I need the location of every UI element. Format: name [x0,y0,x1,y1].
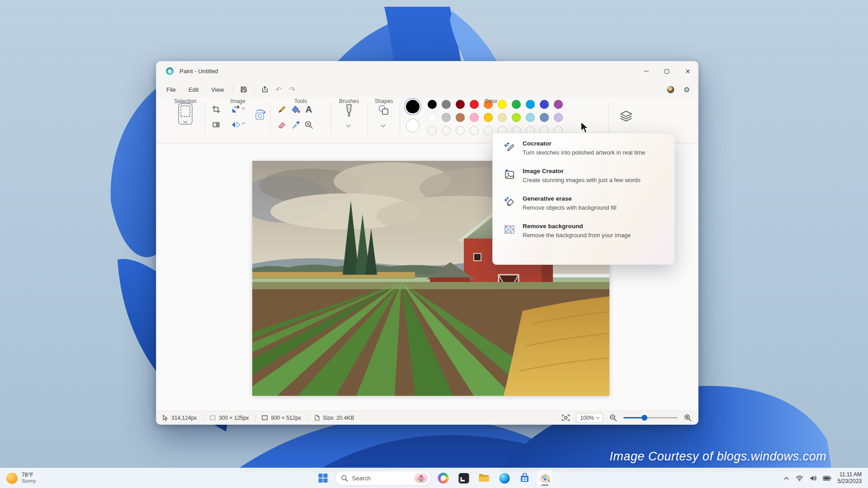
taskbar-file-explorer-button[interactable] [476,470,492,486]
custom-color-slot[interactable] [484,126,493,135]
fit-to-window-icon[interactable] [562,414,570,421]
battery-icon[interactable] [823,476,831,481]
clock[interactable]: 11:11 AM 5/23/2023 [838,471,862,485]
zoom-slider[interactable] [623,417,678,418]
sun-icon [6,473,18,484]
color-swatch[interactable] [554,113,563,122]
custom-color-slot[interactable] [428,126,437,135]
desktop: Paint - Untitled ✕ File Edit View ↶ ↷ [0,0,868,488]
menu-item-desc: Remove the background from your image [523,232,631,239]
color-swatch[interactable] [428,100,437,109]
stamp-tool[interactable] [210,119,222,131]
divider [609,103,609,135]
close-button[interactable]: ✕ [677,61,698,81]
store-icon [520,473,530,483]
flip-chevron-icon[interactable] [242,121,245,124]
search-box[interactable]: Search [335,471,431,486]
account-avatar[interactable] [667,86,675,94]
shapes-chevron-icon[interactable] [381,123,386,127]
layers-button[interactable] [618,109,634,124]
wifi-icon[interactable] [796,475,803,481]
taskbar-paint-button[interactable] [537,470,553,486]
resize-chevron-icon[interactable] [242,106,245,109]
color-swatch[interactable] [498,113,507,122]
color-swatch[interactable] [470,113,479,122]
paint-taskbar-icon [540,473,550,483]
taskbar-edge-button[interactable] [496,470,513,486]
menu-item-cocreator[interactable]: Cocreator Turn sketches into polished ar… [504,140,675,156]
menu-item-title: Image Creator [523,168,641,174]
undo-button[interactable]: ↶ [272,83,285,96]
color-swatch[interactable] [456,100,465,109]
menu-item-remove-background[interactable]: Remove background Remove the background … [504,223,675,239]
crop-tool[interactable] [210,103,222,115]
start-button[interactable] [315,470,331,486]
color-swatch[interactable] [526,100,535,109]
eyedropper-icon [291,120,300,129]
color-swatch[interactable] [540,113,549,122]
brushes-tool[interactable] [343,103,355,119]
color-swatch[interactable] [484,113,493,122]
settings-gear-icon[interactable]: ⚙ [684,85,690,94]
color-swatch[interactable] [428,113,437,122]
selection-tool[interactable] [176,103,194,128]
menu-item-generative-erase[interactable]: Generative erase Remove objects with bac… [504,195,675,211]
selection-size-icon [210,415,216,420]
custom-color-slot[interactable] [442,126,451,135]
magnifier-tool[interactable] [303,119,315,131]
redo-button[interactable]: ↷ [285,83,299,96]
share-icon [261,86,269,93]
menu-view[interactable]: View [206,84,229,96]
save-button[interactable] [237,83,250,96]
resize-tool[interactable] [230,103,242,115]
color-swatch[interactable] [526,113,535,122]
share-button[interactable] [258,83,272,96]
titlebar[interactable]: Paint - Untitled ✕ [156,61,698,81]
menu-item-image-creator[interactable]: Image Creator Create stunning images wit… [504,168,675,183]
shapes-tool[interactable] [377,103,391,117]
flip-tool[interactable] [230,119,242,131]
search-highlight-image[interactable] [415,473,428,483]
custom-color-slot[interactable] [470,126,479,135]
fill-tool[interactable] [290,103,302,115]
weather-widget[interactable]: 78°F Sunny [6,472,36,484]
shapes-icon [378,104,390,116]
taskbar-store-button[interactable] [517,470,533,486]
rotate-tool[interactable] [252,108,268,123]
taskbar-copilot-button[interactable] [435,470,452,486]
eraser-tool[interactable] [276,119,288,131]
menu-edit[interactable]: Edit [183,84,204,96]
color-swatch[interactable] [540,100,549,109]
remove-background-icon [504,224,515,235]
color-swatch[interactable] [456,113,465,122]
text-tool[interactable]: A [303,103,315,115]
eraser-icon [278,121,287,129]
brushes-chevron-icon[interactable] [346,123,351,127]
color2-swatch[interactable] [406,119,420,132]
tray-chevron-up-icon[interactable] [783,476,789,480]
image-creator-icon [504,169,515,180]
weather-condition: Sunny [22,478,36,484]
zoom-level-dropdown[interactable]: 100% [576,413,603,423]
minimize-button[interactable] [636,61,656,81]
color-swatch[interactable] [442,100,451,109]
color-picker-tool[interactable] [290,119,302,131]
color1-swatch[interactable] [406,100,420,113]
pencil-tool[interactable] [276,103,288,115]
custom-color-slot[interactable] [456,126,465,135]
color-swatch[interactable] [512,100,521,109]
flip-icon [231,121,241,128]
zoom-in-icon[interactable] [684,414,692,422]
color-swatch[interactable] [442,113,451,122]
color-swatch[interactable] [512,113,521,122]
menu-file[interactable]: File [161,84,181,96]
zoom-slider-thumb[interactable] [642,415,647,421]
color-swatch[interactable] [554,100,563,109]
taskbar-app-dark-button[interactable] [456,470,472,486]
maximize-button[interactable] [656,61,677,81]
crop-icon [212,105,220,113]
color-swatch[interactable] [470,100,479,109]
color-swatch[interactable] [498,100,507,109]
zoom-out-icon[interactable] [609,414,617,422]
volume-icon[interactable] [810,475,816,481]
